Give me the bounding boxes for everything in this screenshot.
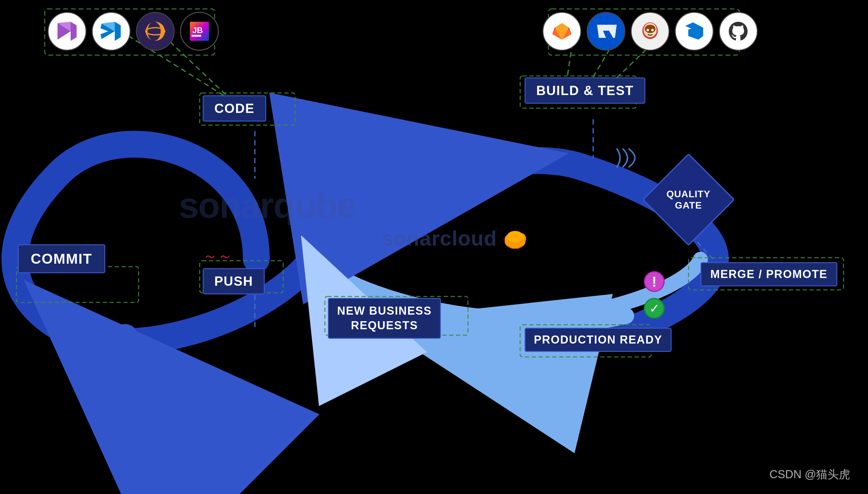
svg-point-48: [507, 231, 524, 243]
right-tools-icons: [543, 12, 758, 51]
squiggle-decoration: ～～: [203, 246, 232, 266]
quality-gate-label: QUALITY GATE: [642, 153, 735, 246]
signal-waves: [611, 143, 647, 173]
svg-point-41: [645, 25, 656, 33]
sonarqube-text: sonarqube: [179, 185, 356, 226]
svg-marker-26: [115, 22, 121, 41]
code-label: CODE: [203, 95, 266, 121]
quality-gate-text: QUALITY GATE: [666, 188, 710, 211]
push-label: PUSH: [203, 268, 265, 294]
svg-point-29: [148, 22, 161, 41]
azure-devops-icon: [675, 12, 714, 51]
production-ready-label: PRODUCTION READY: [525, 328, 672, 352]
eclipse-icon: [136, 12, 175, 51]
scene: JB: [0, 0, 868, 494]
github-icon: [719, 12, 758, 51]
visual-studio-icon: [48, 12, 87, 51]
jetbrains-icon: JB: [180, 12, 219, 51]
build-test-label: BUILD & TEST: [525, 77, 645, 104]
new-business-label: NEW BUSINESS REQUESTS: [328, 298, 441, 339]
svg-rect-32: [192, 35, 201, 37]
quality-gate-fail-icon: !: [644, 271, 665, 292]
sonarcloud-text: sonarcloud: [381, 226, 528, 250]
watermark: CSDN @猫头虎: [769, 467, 850, 482]
jenkins-icon: [631, 12, 669, 51]
svg-point-42: [646, 29, 649, 31]
quality-gate-pass-icon: ✓: [644, 298, 665, 319]
svg-line-11: [692, 235, 718, 265]
svg-text:JB: JB: [192, 26, 203, 35]
bitbucket-icon: [587, 12, 625, 51]
commit-label: COMMIT: [18, 244, 105, 273]
gitlab-icon: [543, 12, 581, 51]
svg-point-43: [651, 29, 654, 31]
svg-marker-23: [71, 22, 77, 41]
left-tools-icons: JB: [48, 12, 219, 51]
merge-promote-label: MERGE / PROMOTE: [700, 262, 837, 286]
vscode-icon: [92, 12, 131, 51]
svg-marker-44: [685, 22, 703, 40]
